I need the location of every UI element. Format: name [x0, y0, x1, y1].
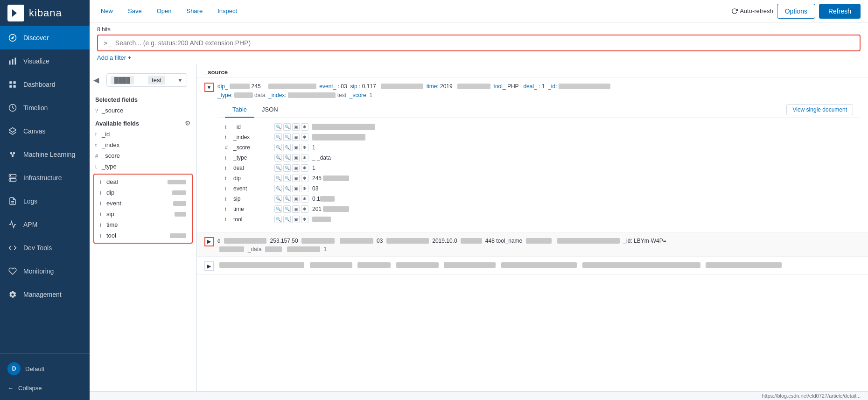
magnify-plus-icon[interactable]: 🔍 — [274, 154, 282, 161]
options-button[interactable]: Options — [777, 4, 815, 19]
doc-1-meta: _type: ██ data _index: ████████ test _sc… — [217, 92, 610, 98]
field-event[interactable]: t event — [94, 198, 192, 209]
star-icon[interactable]: ✱ — [301, 154, 308, 161]
svg-rect-4 — [9, 81, 12, 84]
magnify-plus-icon[interactable]: 🔍 — [274, 123, 282, 131]
star-icon[interactable]: ✱ — [301, 144, 308, 151]
star-icon[interactable]: ✱ — [301, 216, 308, 223]
magnify-plus-icon[interactable]: 🔍 — [274, 175, 282, 182]
search-container: 8 hits >_ Add a filter + — [90, 22, 868, 64]
sidebar-item-label-ml: Machine Learning — [23, 151, 75, 158]
filter-icon[interactable]: ▣ — [292, 205, 300, 213]
sidebar-item-dashboard[interactable]: Dashboard — [0, 73, 90, 96]
star-icon[interactable]: ✱ — [301, 133, 308, 141]
magnify-minus-icon[interactable]: 🔍 — [283, 144, 291, 151]
user-section[interactable]: D Default — [0, 358, 90, 380]
selected-field-source[interactable]: ? _source — [90, 105, 196, 116]
sidebar-item-apm[interactable]: APM — [0, 213, 90, 236]
left-panel: ◀ ████ test ▼ Selected fields ? _source … — [90, 64, 197, 391]
star-icon[interactable]: ✱ — [301, 164, 308, 172]
kibana-logo-icon — [7, 5, 24, 21]
field-time[interactable]: t time — [94, 219, 192, 230]
magnify-minus-icon[interactable]: 🔍 — [283, 216, 291, 223]
refresh-button[interactable]: Refresh — [819, 4, 861, 19]
field-sip[interactable]: t sip — [94, 209, 192, 219]
sidebar-item-logs[interactable]: Logs — [0, 189, 90, 213]
collapse-button[interactable]: ← Collapse — [0, 380, 90, 396]
search-input[interactable] — [115, 39, 854, 47]
add-filter-button[interactable]: Add a filter + — [97, 51, 861, 64]
sidebar-item-visualize[interactable]: Visualize — [0, 49, 90, 73]
magnify-plus-icon[interactable]: 🔍 — [274, 133, 282, 141]
filter-icon[interactable]: ▣ — [292, 195, 300, 203]
view-single-document-button[interactable]: View single document — [786, 104, 853, 115]
star-icon[interactable]: ✱ — [301, 123, 308, 131]
magnify-minus-icon[interactable]: 🔍 — [283, 123, 291, 131]
sidebar-item-infrastructure[interactable]: Infrastructure — [0, 166, 90, 189]
star-icon[interactable]: ✱ — [301, 175, 308, 182]
new-button[interactable]: New — [97, 6, 117, 16]
magnify-plus-icon[interactable]: 🔍 — [274, 144, 282, 151]
magnify-minus-icon[interactable]: 🔍 — [283, 154, 291, 161]
share-button[interactable]: Share — [182, 6, 206, 16]
field-dip[interactable]: t dip — [94, 187, 192, 198]
magnify-plus-icon[interactable]: 🔍 — [274, 205, 282, 213]
expand-doc-3-button[interactable]: ▶ — [204, 261, 214, 271]
star-icon[interactable]: ✱ — [301, 205, 308, 213]
field-score[interactable]: # _score — [90, 150, 196, 161]
magnify-plus-icon[interactable]: 🔍 — [274, 195, 282, 203]
magnify-minus-icon[interactable]: 🔍 — [283, 205, 291, 213]
save-button[interactable]: Save — [124, 6, 146, 16]
doc-1-expanded: Table JSON View single document t _id 🔍 … — [204, 98, 861, 228]
panel-collapse-arrow[interactable]: ◀ — [93, 76, 99, 84]
filter-icon[interactable]: ▣ — [292, 133, 300, 141]
topbar: New Save Open Share Inspect Auto-refresh… — [90, 0, 868, 22]
star-icon[interactable]: ✱ — [301, 185, 308, 192]
filter-icon[interactable]: ▣ — [292, 175, 300, 182]
source-header: _source — [197, 64, 868, 78]
magnify-minus-icon[interactable]: 🔍 — [283, 185, 291, 192]
filter-icon[interactable]: ▣ — [292, 154, 300, 161]
topbar-right: Auto-refresh Options Refresh — [731, 4, 861, 19]
sidebar-item-canvas[interactable]: Canvas — [0, 119, 90, 143]
field-tool[interactable]: t tool — [94, 230, 192, 241]
filter-icon[interactable]: ▣ — [292, 164, 300, 172]
star-icon[interactable]: ✱ — [301, 195, 308, 203]
index-dropdown-arrow: ▼ — [177, 77, 183, 84]
filter-icon[interactable]: ▣ — [292, 123, 300, 131]
status-bar: https://blog.csdn.net/eld0727/article/de… — [90, 391, 868, 400]
magnify-minus-icon[interactable]: 🔍 — [283, 133, 291, 141]
doc-row-2: ▶ d ████ 253.157.50 ████ ████ 03 ████ 20… — [197, 232, 868, 257]
magnify-minus-icon[interactable]: 🔍 — [283, 195, 291, 203]
tab-table[interactable]: Table — [225, 102, 254, 118]
index-selector[interactable]: ████ test ▼ — [106, 73, 187, 87]
sidebar-item-dev-tools[interactable]: Dev Tools — [0, 236, 90, 260]
sidebar-item-timelion[interactable]: Timelion — [0, 96, 90, 119]
search-input-wrapper[interactable]: >_ — [97, 35, 861, 51]
inspect-button[interactable]: Inspect — [214, 6, 241, 16]
sidebar-item-management[interactable]: Management — [0, 283, 90, 306]
expand-doc-1-button[interactable]: ▼ — [204, 83, 214, 92]
filter-icon[interactable]: ▣ — [292, 185, 300, 192]
magnify-plus-icon[interactable]: 🔍 — [274, 216, 282, 223]
open-button[interactable]: Open — [153, 6, 175, 16]
magnify-minus-icon[interactable]: 🔍 — [283, 175, 291, 182]
sidebar-item-label-infrastructure: Infrastructure — [23, 174, 62, 182]
tab-json[interactable]: JSON — [254, 102, 286, 118]
field-id[interactable]: t _id — [90, 129, 196, 140]
magnify-plus-icon[interactable]: 🔍 — [274, 164, 282, 172]
field-type[interactable]: t _type — [90, 161, 196, 172]
sidebar-item-discover[interactable]: Discover — [0, 26, 90, 49]
fields-gear-icon[interactable]: ⚙ — [185, 119, 191, 127]
filter-icon[interactable]: ▣ — [292, 216, 300, 223]
magnify-minus-icon[interactable]: 🔍 — [283, 164, 291, 172]
table-row-tool: t tool 🔍 🔍 ▣ ✱ ██ — [217, 214, 861, 225]
sidebar-item-machine-learning[interactable]: Machine Learning — [0, 143, 90, 166]
field-deal[interactable]: t deal — [94, 176, 192, 187]
sidebar-item-monitoring[interactable]: Monitoring — [0, 260, 90, 283]
expand-doc-2-button[interactable]: ▶ — [204, 237, 214, 246]
svg-rect-2 — [12, 59, 14, 65]
field-index[interactable]: t _index — [90, 140, 196, 150]
filter-icon[interactable]: ▣ — [292, 144, 300, 151]
magnify-plus-icon[interactable]: 🔍 — [274, 185, 282, 192]
